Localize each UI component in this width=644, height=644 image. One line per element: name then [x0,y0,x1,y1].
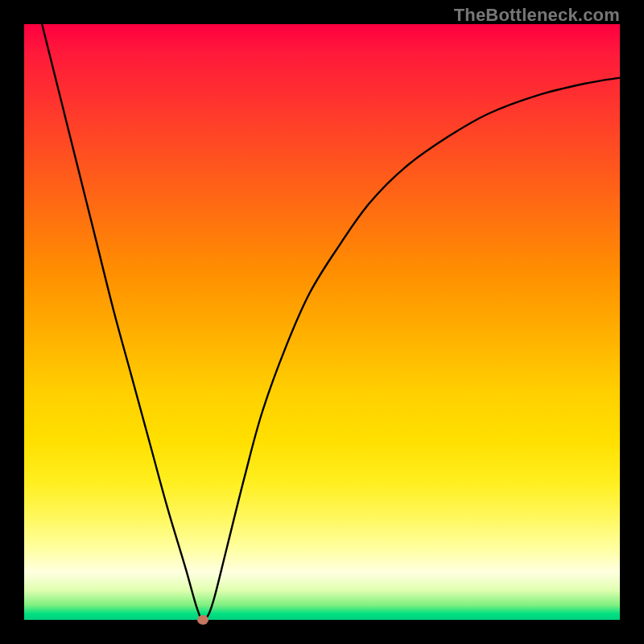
curve-svg [24,24,620,620]
chart-container: TheBottleneck.com [0,0,644,644]
optimal-point-marker [197,615,208,625]
watermark-label: TheBottleneck.com [454,5,620,26]
bottleneck-curve [42,24,620,620]
plot-area [24,24,620,620]
